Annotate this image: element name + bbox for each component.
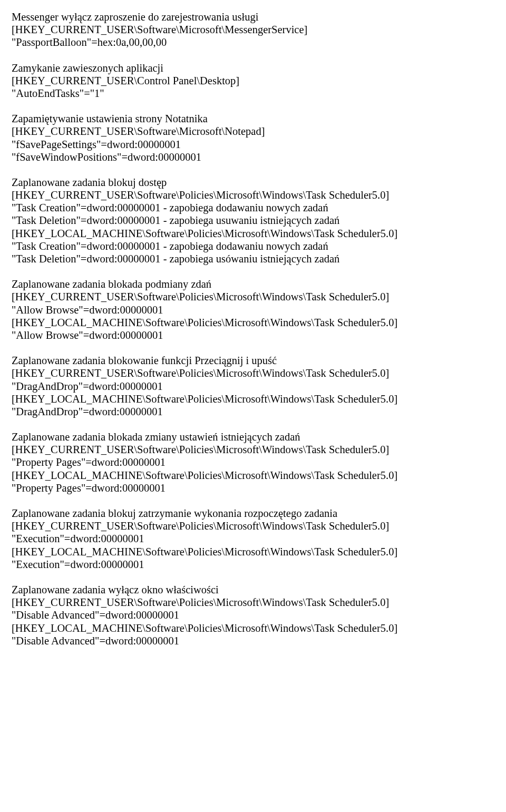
text-line: "AutoEndTasks"="1" — [12, 87, 494, 100]
text-line: "PassportBalloon"=hex:0a,00,00,00 — [12, 36, 494, 48]
text-line: "Execution"=dword:00000001 — [12, 558, 494, 571]
text-line: [HKEY_CURRENT_USER\Software\Policies\Mic… — [12, 367, 494, 379]
text-line: Zaplanowane zadania blokuj dostęp — [12, 176, 494, 189]
text-line: [HKEY_LOCAL_MACHINE\Software\Policies\Mi… — [12, 622, 494, 634]
text-line: Zaplanowane zadania blokuj zatrzymanie w… — [12, 507, 494, 520]
text-line: Zaplanowane zadania blokada zmiany ustaw… — [12, 431, 494, 443]
text-line: [HKEY_CURRENT_USER\Software\Microsoft\No… — [12, 125, 494, 138]
text-block: Zaplanowane zadania blokada podmiany zda… — [12, 278, 494, 341]
document-body: Messenger wyłącz zaproszenie do zarejest… — [12, 11, 494, 647]
text-block: Zaplanowane zadania blokada zmiany ustaw… — [12, 431, 494, 494]
text-line: "DragAndDrop"=dword:00000001 — [12, 380, 494, 393]
text-block: Messenger wyłącz zaproszenie do zarejest… — [12, 11, 494, 49]
text-line: "Property Pages"=dword:00000001 — [12, 482, 494, 494]
text-line: "Task Creation"=dword:00000001 - zapobie… — [12, 240, 494, 252]
text-line: [HKEY_CURRENT_USER\Software\Policies\Mic… — [12, 596, 494, 609]
text-line: "Allow Browse"=dword:00000001 — [12, 329, 494, 341]
text-block: Zaplanowane zadania wyłącz okno właściwo… — [12, 583, 494, 647]
text-line: "Execution"=dword:00000001 — [12, 532, 494, 545]
text-line: [HKEY_CURRENT_USER\Control Panel\Desktop… — [12, 74, 494, 87]
text-line: "Disable Advanced"=dword:00000001 — [12, 609, 494, 621]
text-line: [HKEY_LOCAL_MACHINE\Software\Policies\Mi… — [12, 227, 494, 240]
text-line: [HKEY_CURRENT_USER\Software\Microsoft\Me… — [12, 23, 494, 36]
text-block: Zamykanie zawieszonych aplikacji[HKEY_CU… — [12, 62, 494, 100]
text-line: [HKEY_CURRENT_USER\Software\Policies\Mic… — [12, 520, 494, 532]
text-block: Zaplanowane zadania blokowanie funkcji P… — [12, 354, 494, 418]
text-line: "Disable Advanced"=dword:00000001 — [12, 634, 494, 647]
text-line: "Task Deletion"=dword:00000001 - zapobie… — [12, 214, 494, 227]
text-line: [HKEY_LOCAL_MACHINE\Software\Policies\Mi… — [12, 545, 494, 558]
text-line: "Property Pages"=dword:00000001 — [12, 456, 494, 468]
text-block: Zapamiętywanie ustawienia strony Notatni… — [12, 112, 494, 163]
text-line: "Task Creation"=dword:00000001 - zapobie… — [12, 201, 494, 214]
text-line: Messenger wyłącz zaproszenie do zarejest… — [12, 11, 494, 23]
text-line: [HKEY_CURRENT_USER\Software\Policies\Mic… — [12, 189, 494, 201]
text-line: "fSaveWindowPositions"=dword:00000001 — [12, 151, 494, 163]
text-line: "fSavePageSettings"=dword:00000001 — [12, 138, 494, 151]
text-line: [HKEY_LOCAL_MACHINE\Software\Policies\Mi… — [12, 316, 494, 329]
text-line: "DragAndDrop"=dword:00000001 — [12, 405, 494, 418]
text-line: [HKEY_LOCAL_MACHINE\Software\Policies\Mi… — [12, 393, 494, 405]
text-block: Zaplanowane zadania blokuj dostęp[HKEY_C… — [12, 176, 494, 265]
text-block: Zaplanowane zadania blokuj zatrzymanie w… — [12, 507, 494, 571]
text-line: Zaplanowane zadania blokowanie funkcji P… — [12, 354, 494, 367]
text-line: Zaplanowane zadania wyłącz okno właściwo… — [12, 583, 494, 596]
text-line: "Task Deletion"=dword:00000001 - zapobie… — [12, 252, 494, 265]
text-line: Zapamiętywanie ustawienia strony Notatni… — [12, 112, 494, 125]
text-line: Zamykanie zawieszonych aplikacji — [12, 62, 494, 74]
text-line: [HKEY_CURRENT_USER\Software\Policies\Mic… — [12, 290, 494, 303]
text-line: Zaplanowane zadania blokada podmiany zda… — [12, 278, 494, 290]
text-line: "Allow Browse"=dword:00000001 — [12, 304, 494, 316]
text-line: [HKEY_CURRENT_USER\Software\Policies\Mic… — [12, 443, 494, 456]
text-line: [HKEY_LOCAL_MACHINE\Software\Policies\Mi… — [12, 469, 494, 482]
